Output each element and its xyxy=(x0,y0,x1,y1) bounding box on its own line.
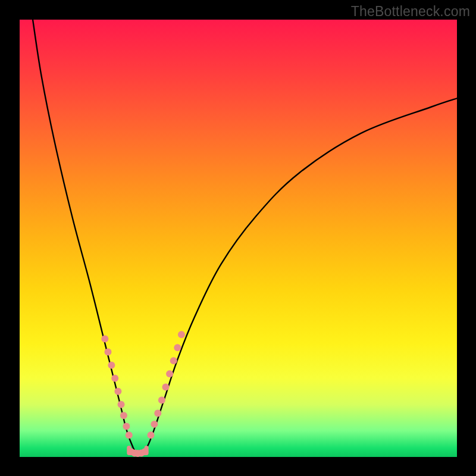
svg-point-3 xyxy=(111,375,118,382)
svg-point-15 xyxy=(170,357,177,364)
svg-point-4 xyxy=(114,388,121,395)
svg-point-9 xyxy=(148,431,155,439)
svg-point-5 xyxy=(118,401,125,408)
svg-point-8 xyxy=(126,431,133,439)
svg-point-2 xyxy=(108,362,115,369)
chart-frame: TheBottleneck.com xyxy=(0,0,476,476)
curve-left xyxy=(33,20,137,455)
watermark-text: TheBottleneck.com xyxy=(351,4,470,20)
svg-point-11 xyxy=(154,410,161,417)
svg-point-16 xyxy=(174,344,181,351)
svg-point-17 xyxy=(178,331,185,338)
plot-area xyxy=(20,20,457,457)
svg-point-1 xyxy=(104,349,111,356)
svg-point-10 xyxy=(151,421,158,428)
svg-point-6 xyxy=(120,412,127,419)
marker-dots xyxy=(101,331,185,457)
curve-right xyxy=(142,98,457,455)
svg-point-13 xyxy=(162,383,169,390)
svg-point-0 xyxy=(101,336,108,343)
svg-point-14 xyxy=(166,370,173,377)
svg-point-22 xyxy=(141,448,148,455)
curve-layer xyxy=(20,20,457,457)
svg-point-12 xyxy=(158,396,165,403)
svg-point-7 xyxy=(123,423,130,430)
